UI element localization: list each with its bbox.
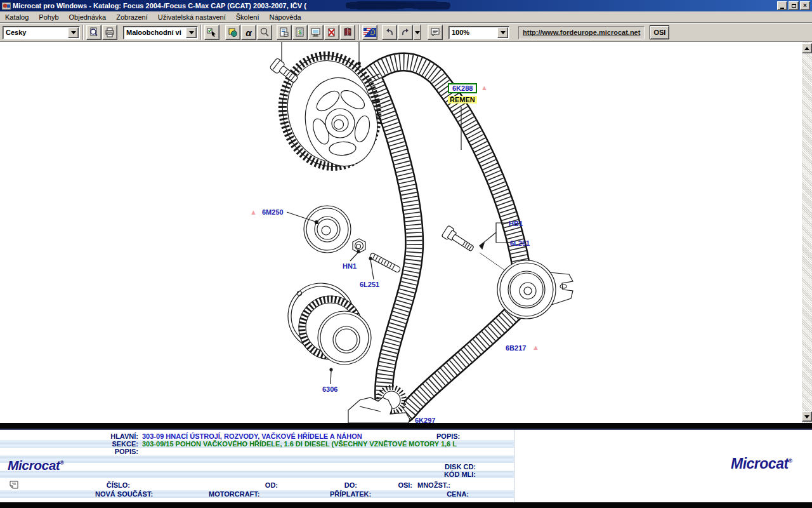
us-eu-flag-icon [363, 27, 376, 37]
close-button[interactable]: × [800, 1, 810, 10]
language-select[interactable]: Cesky [3, 26, 80, 39]
close-icon: × [803, 3, 807, 9]
scroll-down-button[interactable] [802, 411, 812, 422]
popis-right-label: POPIS: [436, 432, 460, 440]
print-preview-button[interactable] [86, 25, 102, 40]
vertical-scrollbar[interactable] [802, 42, 812, 423]
part-label-6M250[interactable]: 6M250 [262, 208, 284, 216]
part-label-6L251-stud[interactable]: 6L251 [360, 281, 379, 288]
popis-row: POPIS: [0, 448, 514, 455]
graphics-view-button[interactable] [308, 25, 324, 40]
window-title: Microcat pro Windows - Katalog: Focus 20… [13, 2, 306, 10]
redo-dropdown[interactable] [414, 25, 421, 40]
book-icon: ? [343, 27, 353, 37]
timing-belt-diagram[interactable] [0, 42, 802, 423]
menu-pohyb[interactable]: Pohyb [34, 12, 63, 22]
chevron-down-icon[interactable] [186, 27, 197, 38]
menu-objednavka[interactable]: Objednávka [64, 12, 112, 22]
marker-triangle-icon: ▲ [250, 208, 257, 216]
part-info-button[interactable] [277, 25, 292, 40]
info-panel: HLAVNÍ: 303-09 HNACÍ ÚSTROJÍ, ROZVODY, V… [0, 430, 812, 502]
chevron-down-icon[interactable] [497, 27, 508, 38]
view-mode-value: Maloobchodní vi [124, 29, 185, 36]
part-label-6306[interactable]: 6306 [322, 385, 337, 393]
scroll-up-button[interactable] [802, 43, 812, 53]
sekce-label: SEKCE: [82, 440, 138, 448]
print-preview-icon [89, 27, 99, 37]
redacted-scribble [346, 1, 450, 10]
hlavni-label: HLAVNÍ: [82, 432, 138, 440]
url-text: http://www.fordeurope.microcat.net [523, 29, 640, 36]
osi-button[interactable]: OSI [650, 25, 669, 39]
logo-text: Microcat [731, 455, 789, 472]
arrow-down-icon [804, 415, 809, 421]
graphics-index-button[interactable] [225, 25, 240, 40]
osi-label: OSI: [387, 481, 412, 489]
toolbar-separator [200, 25, 202, 40]
od-label: OD: [247, 481, 278, 489]
diagram-area[interactable]: 6K288 ▲ ŘEMEN ▲ 6M250 HB1 6L251 HN1 6L25… [0, 42, 802, 423]
part-label-6L251-top[interactable]: 6L251 [510, 239, 530, 247]
app-window: Microcat pro Windows - Katalog: Focus 20… [0, 0, 812, 508]
restore-icon [792, 4, 796, 8]
microcat-logo-right: Microcat® [731, 455, 792, 472]
alpha-icon: α [246, 27, 251, 38]
view-mode-select[interactable]: Maloobchodní vi [123, 26, 198, 39]
menu-uzivatelska-nastaveni[interactable]: Uživatelská nastavení [153, 12, 231, 22]
cislo-row: ČÍSLO: OD: DO: OSI: MNOŽST.: [0, 481, 514, 489]
handbook-button[interactable]: ? [340, 25, 355, 40]
undo-button[interactable] [382, 25, 397, 40]
redo-button[interactable] [398, 25, 413, 40]
part-label-remen[interactable]: ŘEMEN [448, 96, 477, 104]
cursor-checkbox-icon [207, 27, 217, 37]
monitor-icon [311, 27, 321, 37]
note-page-icon[interactable] [8, 480, 20, 490]
menu-zobrazeni[interactable]: Zobrazení [111, 12, 153, 22]
separator-band-bottom [0, 502, 812, 508]
microcat-logo-left: Microcat® [8, 458, 64, 473]
marker-triangle-icon: ▲ [481, 84, 488, 91]
undo-icon [384, 27, 395, 37]
part-label-HB1[interactable]: HB1 [509, 220, 523, 227]
menu-bar: Katalog Pohyb Objednávka Zobrazení Uživa… [0, 11, 812, 23]
logo-registered-mark: ® [60, 460, 63, 466]
toolbar-separator [82, 25, 84, 40]
popis-left-label: POPIS: [82, 448, 138, 455]
minimize-button[interactable] [777, 1, 787, 10]
part-label-6B217[interactable]: 6B217 [506, 344, 526, 352]
shapes-icon [228, 27, 238, 37]
menu-napoveda[interactable]: Nápověda [264, 12, 306, 22]
alpha-index-button[interactable]: α [241, 25, 256, 40]
zoom-select[interactable]: 100% [449, 26, 509, 39]
app-icon [2, 1, 11, 10]
title-bar: Microcat pro Windows - Katalog: Focus 20… [0, 0, 812, 11]
market-flags-button[interactable] [362, 25, 377, 40]
part-label-6K297[interactable]: 6K297 [415, 417, 435, 423]
clear-button[interactable] [324, 25, 339, 40]
microcat-url-link[interactable]: http://www.fordeurope.microcat.net [518, 26, 645, 39]
select-parts-button[interactable] [204, 25, 219, 40]
printer-icon [105, 27, 115, 37]
kod-row: KÓD MLI: [0, 471, 514, 478]
motorcraft-label: MOTORCRAFT: [209, 490, 259, 498]
separator-band-top [0, 423, 812, 430]
chevron-down-icon[interactable] [68, 27, 79, 38]
part-label-HN1[interactable]: HN1 [343, 262, 357, 270]
hlavni-row: HLAVNÍ: 303-09 HNACÍ ÚSTROJÍ, ROZVODY, V… [0, 432, 514, 440]
print-button[interactable] [102, 25, 117, 40]
kod-mli-label: KÓD MLI: [412, 471, 476, 478]
panel-divider [514, 430, 514, 502]
prices-button[interactable]: $ [292, 25, 308, 40]
cislo-label: ČÍSLO: [76, 481, 130, 489]
svg-text:$: $ [298, 29, 301, 36]
part-label-6K288[interactable]: 6K288 [448, 83, 477, 93]
restore-button[interactable] [789, 1, 799, 10]
toolbar-separator [358, 25, 360, 40]
notes-button[interactable] [428, 25, 443, 40]
menu-skoleni[interactable]: Školení [231, 12, 265, 22]
menu-katalog[interactable]: Katalog [0, 12, 34, 22]
cena-label: CENA: [438, 490, 469, 498]
disk-cd-label: DISK CD: [412, 463, 476, 471]
speech-note-icon [430, 27, 440, 37]
zoom-tool-button[interactable] [257, 25, 272, 40]
